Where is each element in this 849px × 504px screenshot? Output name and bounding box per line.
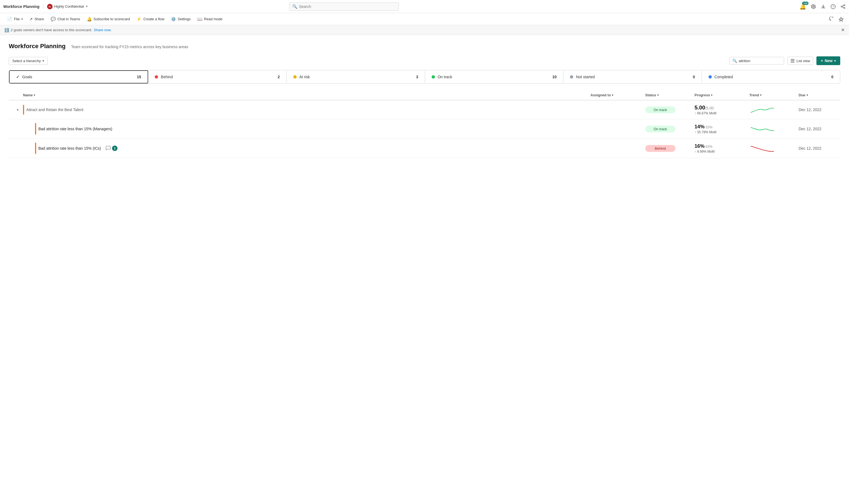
parent-row-attract: ▾ Attract and Retain the Best Talent On …	[9, 101, 840, 119]
controls-row: Select a hierarchy ▾ 🔍 List view + New ▾	[9, 56, 840, 65]
refresh-icon-btn[interactable]	[828, 16, 835, 23]
name-col-label: Name	[23, 93, 33, 97]
svg-rect-10	[791, 60, 795, 61]
behind-count: 2	[278, 75, 280, 79]
child-status-pill-ics: Behind	[645, 145, 675, 152]
new-dropdown-icon: ▾	[834, 59, 836, 62]
settings-label: Settings	[178, 17, 191, 21]
parent-score-target: /5.00	[705, 106, 714, 110]
create-flow-label: Create a flow	[143, 17, 164, 21]
stat-on-track[interactable]: On track 10	[425, 71, 564, 83]
read-mode-button[interactable]: 📖 Read mode	[194, 15, 225, 23]
settings-button[interactable]: ⚙️ Settings	[168, 15, 193, 23]
parent-progress-cell: 5.00/5.00 ↑ 66.67% MoM	[695, 105, 749, 115]
goals-check-icon: ✓	[16, 75, 19, 79]
assigned-sort-icon: ▾	[612, 94, 613, 96]
ics-trend-chart	[749, 143, 774, 154]
trend-sort-icon: ▾	[760, 94, 761, 96]
child-progress-value-managers: 14%	[695, 124, 705, 129]
create-flow-button[interactable]: ⚡ Create a flow	[134, 15, 167, 23]
filter-search-icon: 🔍	[732, 58, 737, 63]
comment-icon[interactable]	[105, 145, 111, 151]
subscribe-button[interactable]: 🔔 Subscribe to scorecard	[84, 15, 133, 23]
due-column-header[interactable]: Due ▾	[799, 93, 837, 97]
subscribe-icon: 🔔	[87, 17, 92, 22]
new-button[interactable]: + New ▾	[816, 56, 840, 65]
help-icon-btn[interactable]: ?	[830, 4, 836, 9]
flow-icon: ⚡	[136, 17, 142, 22]
row-collapse-button[interactable]: ▾	[12, 108, 23, 112]
stat-goals[interactable]: ✓ Goals 15	[9, 70, 148, 84]
behind-dot	[155, 75, 158, 78]
stat-completed[interactable]: Completed 0	[702, 71, 840, 83]
settings-icon-btn[interactable]	[811, 4, 816, 9]
svg-text:HC: HC	[49, 6, 51, 8]
parent-row-name-cell: Attract and Retain the Best Talent	[23, 105, 590, 115]
progress-column-header[interactable]: Progress ▾	[695, 93, 749, 97]
read-mode-label: Read mode	[204, 17, 222, 21]
subscribe-label: Subscribe to scorecard	[94, 17, 130, 21]
managers-mom-value: 35.78% MoM	[697, 130, 716, 134]
status-sort-icon: ▾	[657, 94, 659, 96]
not-started-dot	[570, 75, 573, 78]
confidential-icon: HC	[47, 4, 53, 9]
file-icon: 📄	[7, 17, 12, 22]
child-row-name-cell-ics: Bad attrition rate less than 15% (ICs) 2	[35, 143, 590, 154]
stat-behind[interactable]: Behind 2	[148, 71, 287, 83]
info-bar-close-button[interactable]: ✕	[841, 28, 845, 33]
assigned-to-column-header[interactable]: Assigned to ▾	[590, 93, 645, 97]
trend-col-label: Trend	[749, 93, 759, 97]
download-icon-btn[interactable]	[820, 4, 826, 9]
top-bar-actions: 🔔 119 ?	[799, 3, 846, 10]
svg-point-5	[841, 6, 842, 7]
not-started-label: Not started	[576, 75, 594, 79]
main-content: Workforce Planning Team scorecard for tr…	[0, 35, 849, 158]
parent-mom: ↑ 66.67% MoM	[695, 111, 749, 115]
child-row-name-cell-managers: Bad attrition rate less than 15% (Manage…	[35, 123, 590, 134]
on-track-label: On track	[438, 75, 452, 79]
stat-not-started[interactable]: Not started 0	[564, 71, 701, 83]
info-icon: ℹ️	[4, 28, 9, 32]
on-track-dot	[432, 75, 435, 78]
favorite-icon-btn[interactable]	[837, 16, 845, 23]
stat-at-risk[interactable]: At risk 3	[287, 71, 425, 83]
parent-mom-arrow: ↑	[695, 111, 696, 115]
due-col-label: Due	[799, 93, 805, 97]
not-started-count: 0	[693, 75, 695, 79]
child-row-name-ics: Bad attrition rate less than 15% (ICs)	[38, 146, 101, 150]
file-button[interactable]: 📄 File ▾	[4, 15, 25, 23]
svg-text:?: ?	[832, 5, 834, 8]
confidential-dropdown[interactable]: ▾	[86, 5, 88, 8]
share-link-icon-btn[interactable]	[840, 4, 846, 9]
notification-button[interactable]: 🔔 119	[799, 3, 806, 10]
filter-input[interactable]	[739, 59, 772, 63]
new-label: New	[825, 58, 833, 63]
parent-due-date: Dec 12, 2022	[799, 108, 837, 112]
chevron-down-icon: ▾	[17, 108, 19, 112]
behind-label: Behind	[161, 75, 173, 79]
chat-label: Chat in Teams	[57, 17, 80, 21]
at-risk-dot	[293, 75, 297, 78]
chat-in-teams-button[interactable]: 💬 Chat in Teams	[48, 15, 83, 23]
managers-mom-arrow: ↑	[695, 130, 696, 134]
child-trend-cell-ics	[749, 143, 799, 154]
list-view-toggle[interactable]: List view	[787, 57, 813, 65]
name-column-header[interactable]: Name ▾	[23, 93, 590, 97]
trend-column-header[interactable]: Trend ▾	[749, 93, 799, 97]
child-progress-value-ics: 16%	[695, 143, 705, 149]
svg-line-7	[842, 5, 844, 6]
share-now-link[interactable]: Share now.	[94, 28, 111, 32]
completed-label: Completed	[714, 75, 733, 79]
parent-status-cell: On track	[645, 106, 695, 113]
status-column-header[interactable]: Status ▾	[645, 93, 695, 97]
filter-search: 🔍	[729, 57, 784, 65]
assigned-col-label: Assigned to	[590, 93, 611, 97]
share-label: Share	[35, 17, 44, 21]
scorecard-title-row: Workforce Planning Team scorecard for tr…	[9, 43, 840, 51]
scorecard-title: Workforce Planning	[9, 43, 66, 50]
teams-icon: 💬	[51, 17, 56, 22]
share-button[interactable]: ↗ Share	[27, 15, 47, 23]
search-input[interactable]	[299, 4, 396, 9]
hierarchy-select[interactable]: Select a hierarchy ▾	[9, 57, 48, 65]
toolbar: 📄 File ▾ ↗ Share 💬 Chat in Teams 🔔 Subsc…	[0, 13, 849, 25]
